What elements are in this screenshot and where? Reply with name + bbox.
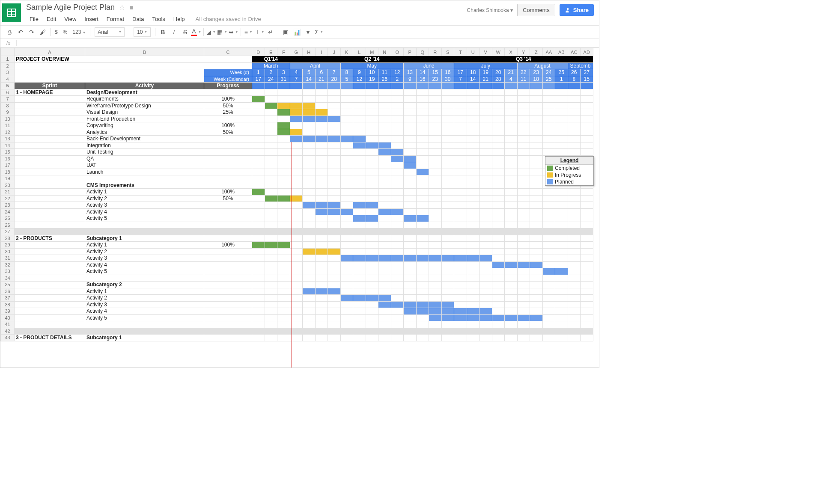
gantt-cell[interactable] bbox=[429, 248, 442, 255]
gantt-cell[interactable] bbox=[340, 321, 353, 328]
gantt-cell[interactable] bbox=[315, 195, 328, 202]
activity-cell[interactable]: Integration bbox=[85, 142, 204, 149]
gantt-cell[interactable] bbox=[517, 314, 530, 321]
gantt-cell[interactable] bbox=[542, 335, 555, 341]
gantt-cell[interactable] bbox=[530, 222, 543, 228]
gantt-cell[interactable] bbox=[340, 268, 353, 275]
gantt-cell[interactable] bbox=[290, 102, 303, 109]
gantt-cell[interactable] bbox=[505, 182, 518, 189]
gantt-cell[interactable] bbox=[581, 314, 593, 321]
gantt-cell[interactable] bbox=[378, 288, 391, 295]
gantt-cell[interactable] bbox=[492, 321, 505, 328]
gantt-cell[interactable] bbox=[366, 122, 378, 129]
gantt-cell[interactable] bbox=[265, 261, 277, 268]
gantt-cell[interactable] bbox=[315, 149, 328, 156]
gantt-cell[interactable] bbox=[568, 275, 581, 282]
gantt-cell[interactable] bbox=[542, 142, 555, 149]
gantt-cell[interactable] bbox=[542, 288, 555, 295]
gantt-cell[interactable] bbox=[555, 208, 568, 215]
gantt-cell[interactable] bbox=[315, 248, 328, 255]
gantt-cell[interactable] bbox=[353, 335, 366, 341]
gantt-cell[interactable] bbox=[277, 308, 290, 315]
gantt-cell[interactable] bbox=[505, 142, 518, 149]
gantt-cell[interactable] bbox=[416, 208, 429, 215]
week-num-cell[interactable]: 5 bbox=[303, 69, 316, 76]
gantt-cell[interactable] bbox=[555, 189, 568, 196]
gantt-cell[interactable] bbox=[505, 202, 518, 209]
gantt-cell[interactable] bbox=[467, 195, 480, 202]
sprint-cell[interactable] bbox=[15, 275, 85, 282]
gantt-cell[interactable] bbox=[366, 248, 378, 255]
activity-cell[interactable]: Activity 5 bbox=[85, 268, 204, 275]
gantt-cell[interactable] bbox=[555, 116, 568, 122]
col-header[interactable]: N bbox=[378, 48, 391, 56]
gantt-cell[interactable] bbox=[404, 175, 417, 182]
gantt-cell[interactable] bbox=[505, 335, 518, 341]
gantt-cell[interactable] bbox=[492, 169, 505, 175]
gantt-cell[interactable] bbox=[555, 215, 568, 222]
gantt-cell[interactable] bbox=[467, 321, 480, 328]
quarter-cell[interactable]: Q1'14 bbox=[252, 56, 290, 63]
gantt-cell[interactable] bbox=[404, 102, 417, 109]
gantt-cell[interactable] bbox=[353, 89, 366, 96]
gantt-cell[interactable] bbox=[555, 295, 568, 302]
gantt-cell[interactable] bbox=[328, 175, 341, 182]
gantt-cell[interactable] bbox=[378, 261, 391, 268]
gantt-cell[interactable] bbox=[480, 162, 492, 169]
gantt-cell[interactable] bbox=[517, 116, 530, 122]
sprint-cell[interactable] bbox=[15, 222, 85, 228]
gantt-cell[interactable] bbox=[252, 208, 265, 215]
week-cal-cell[interactable]: 2 bbox=[391, 76, 404, 83]
gantt-cell[interactable] bbox=[378, 116, 391, 122]
gantt-cell[interactable] bbox=[429, 222, 442, 228]
gantt-cell[interactable] bbox=[391, 122, 404, 129]
gantt-cell[interactable] bbox=[454, 142, 467, 149]
gantt-cell[interactable] bbox=[391, 255, 404, 262]
gantt-cell[interactable] bbox=[416, 122, 429, 129]
gantt-cell[interactable] bbox=[340, 102, 353, 109]
gantt-cell[interactable] bbox=[265, 215, 277, 222]
gantt-cell[interactable] bbox=[353, 116, 366, 122]
activity-cell[interactable]: Unit Testing bbox=[85, 149, 204, 156]
week-cal-cell[interactable]: 24 bbox=[265, 76, 277, 83]
gantt-cell[interactable] bbox=[441, 288, 454, 295]
gantt-cell[interactable] bbox=[555, 282, 568, 288]
gantt-cell[interactable] bbox=[303, 275, 316, 282]
gantt-cell[interactable] bbox=[277, 314, 290, 321]
week-num-cell[interactable]: 25 bbox=[555, 69, 568, 76]
gantt-cell[interactable] bbox=[353, 202, 366, 209]
gantt-cell[interactable] bbox=[454, 248, 467, 255]
gantt-cell[interactable] bbox=[492, 275, 505, 282]
gantt-cell[interactable] bbox=[328, 96, 341, 103]
gantt-cell[interactable] bbox=[441, 116, 454, 122]
gantt-cell[interactable] bbox=[467, 149, 480, 156]
gantt-cell[interactable] bbox=[340, 202, 353, 209]
gantt-cell[interactable] bbox=[315, 189, 328, 196]
gantt-cell[interactable] bbox=[378, 122, 391, 129]
gantt-cell[interactable] bbox=[265, 235, 277, 242]
activity-cell[interactable]: QA bbox=[85, 155, 204, 162]
currency-format[interactable]: $ bbox=[52, 29, 60, 35]
gantt-cell[interactable] bbox=[517, 321, 530, 328]
gantt-cell[interactable] bbox=[340, 162, 353, 169]
gantt-cell[interactable] bbox=[480, 222, 492, 228]
gantt-cell[interactable] bbox=[530, 109, 543, 116]
week-num-cell[interactable]: 2 bbox=[265, 69, 277, 76]
gantt-cell[interactable] bbox=[480, 149, 492, 156]
gantt-cell[interactable] bbox=[265, 242, 277, 249]
gantt-cell[interactable] bbox=[303, 335, 316, 341]
gantt-cell[interactable] bbox=[441, 275, 454, 282]
week-num-cell[interactable]: 18 bbox=[467, 69, 480, 76]
gantt-cell[interactable] bbox=[404, 222, 417, 228]
gantt-cell[interactable] bbox=[568, 142, 581, 149]
gantt-cell[interactable] bbox=[492, 89, 505, 96]
progress-cell[interactable]: 100% bbox=[204, 96, 252, 103]
gantt-cell[interactable] bbox=[480, 268, 492, 275]
gantt-cell[interactable] bbox=[303, 261, 316, 268]
gantt-cell[interactable] bbox=[328, 189, 341, 196]
gantt-cell[interactable] bbox=[492, 102, 505, 109]
gantt-cell[interactable] bbox=[568, 282, 581, 288]
gantt-cell[interactable] bbox=[340, 182, 353, 189]
row-header[interactable]: 21 bbox=[1, 189, 15, 196]
gantt-cell[interactable] bbox=[480, 215, 492, 222]
